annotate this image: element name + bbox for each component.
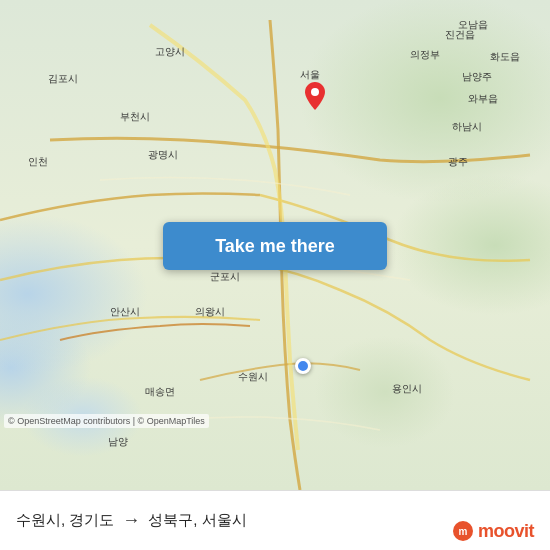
take-me-there-button[interactable]: Take me there (163, 222, 387, 270)
svg-text:m: m (459, 526, 468, 537)
destination-label: 성북구, 서울시 (148, 511, 246, 530)
moovit-logo-text: moovit (478, 521, 534, 542)
origin-label: 수원시, 경기도 (16, 511, 114, 530)
bottom-bar: 수원시, 경기도 → 성북구, 서울시 m moovit (0, 490, 550, 550)
map-container: 고양시서울진건읍화도읍남양주의정부와부읍김포시하남시광주인천부천시광명시안양시군… (0, 0, 550, 490)
direction-arrow: → (122, 510, 140, 531)
origin-marker (295, 358, 311, 374)
destination-marker (305, 82, 325, 110)
moovit-logo-icon: m (452, 520, 474, 542)
svg-point-0 (311, 88, 319, 96)
moovit-logo: m moovit (452, 520, 534, 542)
map-attribution: © OpenStreetMap contributors | © OpenMap… (4, 414, 209, 428)
